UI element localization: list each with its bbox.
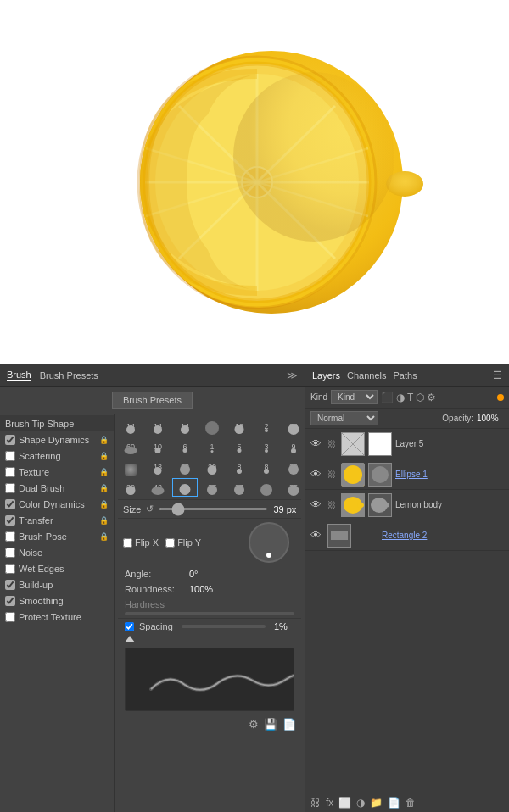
protect-texture-checkbox[interactable] — [5, 612, 15, 622]
flip-x-checkbox[interactable] — [123, 538, 132, 548]
brush-cell-3-0[interactable]: 20 — [118, 478, 143, 497]
layer-row-1[interactable]: 👁 ⛓ Ellipse 1 — [305, 459, 509, 490]
brush-cell-2-1[interactable]: 13 — [145, 458, 171, 476]
layers-tab[interactable]: Layers — [312, 370, 340, 381]
layer-eye-1[interactable]: 👁 — [310, 468, 324, 481]
transfer-checkbox[interactable] — [5, 515, 15, 526]
sidebar-item-11[interactable]: Protect Texture — [0, 609, 114, 625]
brush-cell-0-2[interactable]: 14 — [172, 417, 198, 436]
color-dynamics-lock: 🔒 — [99, 500, 109, 509]
blend-mode-select[interactable]: Normal Dissolve Multiply Screen Overlay — [310, 411, 378, 425]
layer-link-tool-btn[interactable]: ⛓ — [310, 797, 321, 809]
layer-mask-btn[interactable]: ⬜ — [338, 797, 351, 809]
spacing-track[interactable] — [182, 625, 266, 628]
brush-cell-3-1[interactable]: 42 — [145, 478, 171, 497]
brush-presets-tab[interactable]: Brush Presets — [40, 370, 98, 381]
brush-cell-2-0[interactable]: 32 — [118, 458, 143, 476]
buildup-checkbox[interactable] — [5, 580, 15, 590]
brush-tip-shape-item[interactable]: Brush Tip Shape — [0, 415, 114, 431]
layer-eye-3[interactable]: 👁 — [310, 529, 324, 542]
sidebar-item-7[interactable]: Noise — [0, 544, 114, 560]
hardness-track[interactable] — [125, 612, 294, 615]
brush-cell-3-5[interactable]: 45 — [254, 478, 279, 497]
brush-tab[interactable]: Brush — [7, 370, 31, 381]
layer-delete-btn[interactable]: 🗑 — [406, 797, 416, 809]
angle-dial[interactable] — [249, 522, 289, 563]
brush-cell-0-1[interactable]: 14 — [145, 417, 171, 436]
layer-adjustment-btn[interactable]: ◑ — [356, 797, 365, 809]
layer-group-btn[interactable]: 📁 — [370, 797, 383, 809]
brush-cell-1-0[interactable]: 60 — [118, 437, 143, 456]
sidebar-item-4[interactable]: Color Dynamics 🔒 — [0, 496, 114, 512]
brush-cell-2-3[interactable]: 20 — [199, 458, 225, 476]
smoothing-checkbox[interactable] — [5, 596, 15, 606]
brush-cell-2-4[interactable]: 8 — [227, 458, 252, 476]
kind-select[interactable]: Kind Name Effect Mode Attribute Color — [331, 390, 378, 404]
sidebar-item-0[interactable]: Shape Dynamics 🔒 — [0, 431, 114, 448]
brush-cell-1-4[interactable]: 5 — [227, 437, 252, 456]
sidebar-item-2[interactable]: Texture 🔒 — [0, 464, 114, 480]
sidebar-item-1[interactable]: Scattering 🔒 — [0, 448, 114, 464]
refresh-icon[interactable]: ↺ — [146, 503, 154, 514]
brush-panel-header: Brush Brush Presets ≫ — [0, 364, 305, 387]
brush-cell-3-4[interactable]: 27 — [227, 478, 252, 497]
scattering-checkbox[interactable] — [5, 451, 15, 461]
brush-cell-1-1[interactable]: 10 — [145, 437, 171, 456]
noise-checkbox[interactable] — [5, 548, 15, 558]
flip-y-checkbox[interactable] — [165, 538, 175, 548]
layer-eye-2[interactable]: 👁 — [310, 498, 324, 511]
text-filter-icon[interactable]: T — [407, 392, 413, 403]
brush-cell-3-2[interactable]: 39 — [172, 478, 198, 497]
layer-row-0[interactable]: 👁 ⛓ Layer 5 — [305, 429, 509, 459]
layer-link-0: ⛓ — [327, 439, 338, 448]
brush-new-icon[interactable]: 📄 — [282, 718, 296, 731]
brush-cell-1-6[interactable]: 9 — [281, 437, 305, 456]
brush-save-icon[interactable]: 💾 — [264, 718, 277, 731]
wet-edges-checkbox[interactable] — [5, 564, 15, 574]
pixel-filter-icon[interactable]: ⬛ — [381, 392, 394, 403]
layer-fx-btn[interactable]: fx — [326, 797, 333, 809]
sidebar-item-5[interactable]: Transfer 🔒 — [0, 512, 114, 528]
shape-dynamics-checkbox[interactable] — [5, 435, 15, 445]
shape-filter-icon[interactable]: ⬡ — [416, 392, 424, 403]
dual-brush-checkbox[interactable] — [5, 483, 15, 493]
adjust-filter-icon[interactable]: ◑ — [396, 392, 405, 403]
brush-preview-squiggle — [143, 664, 294, 698]
brush-cell-2-2[interactable]: 28 — [172, 458, 198, 476]
flip-x-group: Flip X — [123, 537, 159, 548]
sidebar-item-9[interactable]: Build-up — [0, 576, 114, 592]
layers-menu-icon[interactable]: ☰ — [493, 370, 502, 381]
sidebar-item-3[interactable]: Dual Brush 🔒 — [0, 480, 114, 496]
layer-row-3[interactable]: 👁 Rectangle 2 — [305, 520, 509, 551]
panel-menu-icon[interactable]: ≫ — [287, 370, 298, 381]
brush-presets-button[interactable]: Brush Presets — [112, 392, 193, 409]
sidebar-item-8[interactable]: Wet Edges — [0, 560, 114, 576]
brush-cell-0-3[interactable]: 63 — [199, 417, 225, 436]
brush-cell-0-6[interactable]: 36 — [281, 417, 305, 436]
brush-cell-1-5[interactable]: 3 — [254, 437, 279, 456]
brush-settings-icon[interactable]: ⚙ — [249, 718, 259, 731]
size-slider[interactable] — [159, 508, 268, 510]
hardness-label: Hardness — [125, 599, 165, 609]
texture-checkbox[interactable] — [5, 467, 15, 477]
color-dynamics-checkbox[interactable] — [5, 499, 15, 509]
paths-tab[interactable]: Paths — [394, 370, 417, 381]
brush-pose-checkbox[interactable] — [5, 531, 15, 542]
brush-cell-0-5[interactable]: 2 — [254, 417, 279, 436]
brush-cell-1-2[interactable]: 6 — [172, 437, 198, 456]
brush-cell-0-4[interactable]: 19 — [227, 417, 252, 436]
brush-cell-1-3[interactable]: 1 — [199, 437, 225, 456]
smart-filter-icon[interactable]: ⚙ — [427, 392, 436, 403]
layer-eye-0[interactable]: 👁 — [310, 437, 324, 450]
sidebar-item-6[interactable]: Brush Pose 🔒 — [0, 528, 114, 544]
spacing-checkbox[interactable] — [125, 622, 134, 631]
sidebar-item-10[interactable]: Smoothing — [0, 592, 114, 609]
brush-cell-0-0[interactable]: 14 — [118, 417, 143, 436]
brush-cell-3-3[interactable]: 27 — [199, 478, 225, 497]
layer-new-btn[interactable]: 📄 — [388, 797, 400, 809]
brush-cell-3-6[interactable]: 35 — [281, 478, 305, 497]
brush-cell-2-6[interactable]: 29 — [281, 458, 305, 476]
layer-row-2[interactable]: 👁 ⛓ Lemon body — [305, 490, 509, 520]
brush-cell-2-5[interactable]: 8 — [254, 458, 279, 476]
channels-tab[interactable]: Channels — [347, 370, 386, 381]
